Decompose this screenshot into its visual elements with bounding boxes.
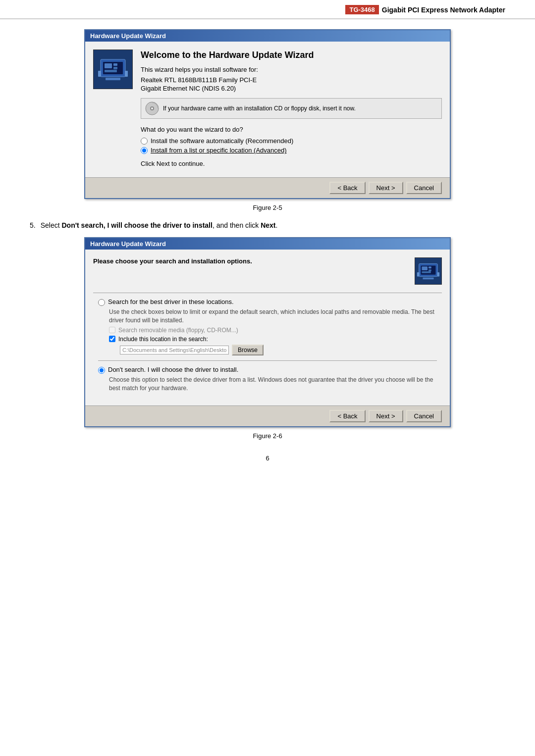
- figure6-options: Search for the best driver in these loca…: [93, 298, 442, 392]
- figure5-body: Welcome to the Hardware Update Wizard Th…: [85, 42, 450, 177]
- figure6-body: Please choose your search and installati…: [85, 250, 450, 405]
- search-option-row: Search for the best driver in these loca…: [98, 298, 437, 306]
- search-option-desc: Use the check boxes below to limit or ex…: [109, 308, 437, 325]
- figure6-header: Please choose your search and installati…: [93, 257, 442, 285]
- click-next-text: Click Next to continue.: [141, 160, 442, 167]
- cancel-button-5[interactable]: Cancel: [406, 182, 442, 194]
- svg-rect-9: [125, 71, 128, 77]
- search-option-label: Search for the best driver in these loca…: [108, 298, 234, 305]
- wizard-icon: [93, 50, 133, 89]
- figure5-caption: Figure 2-5: [30, 204, 505, 211]
- next-button-5[interactable]: Next >: [369, 182, 403, 194]
- wizard-title: Welcome to the Hardware Update Wizard: [141, 50, 442, 61]
- page-content: Hardware Update Wizard: [0, 29, 535, 440]
- figure5-inner: Welcome to the Hardware Update Wizard Th…: [93, 50, 442, 169]
- option1-radio[interactable]: [141, 138, 148, 145]
- svg-rect-7: [106, 78, 120, 80]
- option2-label: Install from a list or specific location…: [151, 147, 287, 154]
- figure6-button-bar: < Back Next > Cancel: [85, 405, 450, 426]
- svg-rect-19: [422, 271, 430, 273]
- step5-instruction: 5. Select Don't search, I will choose th…: [30, 221, 505, 229]
- svg-rect-21: [417, 272, 420, 277]
- step5-next: Next: [261, 221, 275, 229]
- divider2: [98, 360, 437, 361]
- dont-search-group: Don't search. I will choose the driver t…: [98, 366, 437, 393]
- dont-search-label: Don't search. I will choose the driver t…: [108, 366, 238, 373]
- search-sub-options: Search removable media (floppy, CD-ROM..…: [109, 327, 437, 355]
- what-do-text: What do you want the wizard to do?: [141, 126, 442, 133]
- dont-search-radio[interactable]: [98, 367, 105, 374]
- figure6-caption: Figure 2-6: [30, 432, 505, 440]
- option1-row: Install the software automatically (Reco…: [141, 137, 442, 145]
- search-radio[interactable]: [98, 299, 105, 306]
- cancel-button-6[interactable]: Cancel: [406, 410, 442, 422]
- cd-notice: If your hardware came with an installati…: [141, 98, 442, 119]
- include-location-checkbox[interactable]: [109, 336, 115, 342]
- product-line2: Gigabit Ethernet NIC (NDIS 6.20): [141, 85, 442, 92]
- divider1: [93, 293, 442, 293]
- removable-media-checkbox[interactable]: [109, 327, 115, 333]
- search-option-group: Search for the best driver in these loca…: [98, 298, 437, 355]
- browse-button[interactable]: Browse: [232, 345, 264, 355]
- option2-row: Install from a list or specific location…: [141, 147, 442, 154]
- option2-radio[interactable]: [141, 147, 148, 154]
- svg-rect-22: [437, 272, 439, 277]
- wizard-icon-6: [415, 257, 442, 285]
- figure5-button-bar: < Back Next > Cancel: [85, 177, 450, 198]
- figure5-dialog: Hardware Update Wizard: [84, 29, 451, 199]
- svg-point-12: [151, 107, 153, 109]
- step5-number: 5.: [30, 221, 36, 229]
- back-button-6[interactable]: < Back: [329, 410, 365, 422]
- dont-search-desc: Choose this option to select the device …: [109, 376, 437, 393]
- cd-icon: [145, 101, 159, 115]
- figure6-header-text: Please choose your search and installati…: [93, 257, 252, 265]
- page-number: 6: [0, 454, 535, 472]
- svg-rect-5: [113, 67, 117, 69]
- dont-search-row: Don't search. I will choose the driver t…: [98, 366, 437, 374]
- svg-rect-18: [428, 270, 431, 272]
- figure6-titlebar: Hardware Update Wizard: [85, 238, 450, 250]
- figure5-text-area: Welcome to the Hardware Update Wizard Th…: [141, 50, 442, 169]
- product-line1: Realtek RTL 8168B/8111B Family PCI-E: [141, 76, 442, 84]
- option1-label: Install the software automatically (Reco…: [151, 137, 293, 145]
- location-row: Browse: [120, 345, 437, 355]
- svg-rect-17: [428, 267, 431, 269]
- removable-media-row: Search removable media (floppy, CD-ROM..…: [109, 327, 437, 334]
- svg-rect-8: [98, 71, 101, 77]
- model-badge: TG-3468: [345, 5, 378, 14]
- include-location-label: Include this location in the search:: [118, 336, 208, 343]
- product-description: Gigabit PCI Express Network Adapter: [382, 6, 505, 14]
- svg-rect-4: [113, 63, 117, 66]
- figure6-dialog: Hardware Update Wizard Please choose you…: [84, 237, 451, 427]
- include-location-row: Include this location in the search:: [109, 336, 437, 343]
- cd-notice-text: If your hardware came with an installati…: [163, 105, 356, 112]
- back-button-5[interactable]: < Back: [329, 182, 365, 194]
- svg-rect-3: [105, 63, 112, 68]
- figure5-titlebar: Hardware Update Wizard: [85, 30, 450, 42]
- wizard-subtitle: This wizard helps you install software f…: [141, 66, 442, 73]
- step5-bold: Don't search, I will choose the driver t…: [62, 221, 213, 229]
- location-input[interactable]: [120, 346, 229, 354]
- step5-text: Select Don't search, I will choose the d…: [41, 221, 278, 229]
- removable-media-label: Search removable media (floppy, CD-ROM..…: [118, 327, 238, 334]
- svg-rect-6: [105, 70, 117, 72]
- page-header: TG-3468 Gigabit PCI Express Network Adap…: [0, 0, 535, 19]
- svg-rect-16: [422, 267, 428, 271]
- svg-rect-20: [423, 278, 433, 280]
- next-button-6[interactable]: Next >: [369, 410, 403, 422]
